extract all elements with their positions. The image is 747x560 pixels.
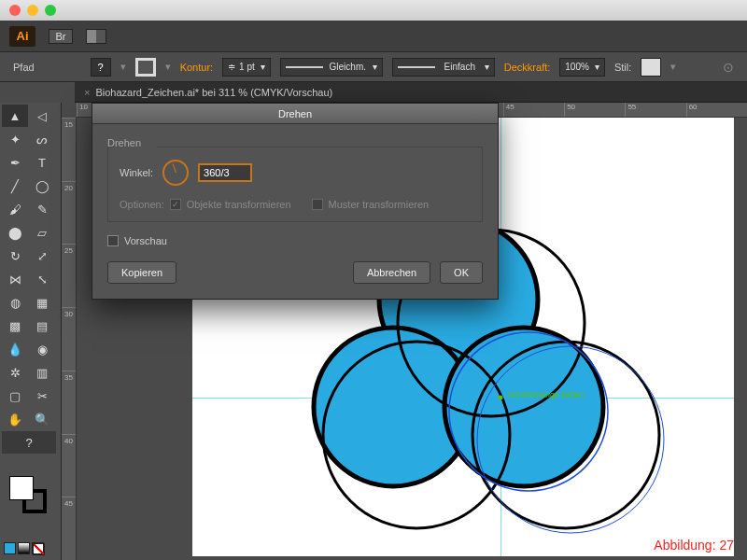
document-tab[interactable]: × Biohazard_Zeichen.ai* bei 311 % (CMYK/… (75, 82, 747, 103)
gradient-swatch[interactable] (18, 542, 30, 554)
angle-label: Winkel: (120, 167, 153, 178)
preview-label: Vorschau (124, 235, 167, 246)
perspective-tool-icon[interactable]: ▦ (29, 291, 55, 314)
eraser-tool-icon[interactable]: ▱ (29, 221, 55, 244)
fill-swatch[interactable]: ? (91, 58, 111, 77)
opacity-label: Deckkraft: (504, 62, 551, 73)
artboard-tool-icon[interactable]: ▢ (2, 385, 28, 407)
dialog-title: Drehen (92, 104, 498, 124)
bridge-button[interactable]: Br (49, 29, 73, 44)
fill-stroke-control[interactable] (9, 476, 47, 513)
minimize-icon[interactable] (27, 5, 38, 16)
copy-button[interactable]: Kopieren (107, 261, 176, 284)
ok-button[interactable]: OK (440, 261, 483, 284)
options-label: Optionen: (120, 199, 164, 210)
hand-tool-icon[interactable]: ✋ (2, 408, 28, 430)
mesh-tool-icon[interactable]: ▩ (2, 315, 28, 337)
unknown-tool[interactable]: ? (2, 431, 56, 454)
color-swatch[interactable] (4, 542, 16, 554)
free-transform-tool-icon[interactable]: ⤡ (29, 268, 55, 290)
shape-builder-tool-icon[interactable]: ◍ (2, 291, 28, 314)
zoom-tool-icon[interactable]: 🔍 (29, 408, 55, 430)
app-logo: Ai (9, 26, 35, 47)
stroke-weight-select[interactable]: ≑1 pt▾ (222, 58, 271, 77)
arrange-docs-button[interactable] (86, 29, 106, 44)
zoom-icon[interactable] (45, 5, 56, 16)
transform-patterns-checkbox (312, 199, 323, 210)
column-graph-tool-icon[interactable]: ▥ (29, 361, 55, 384)
panel-toggle-icon[interactable]: ⊙ (723, 60, 734, 75)
svg-point-8 (499, 396, 503, 400)
slice-tool-icon[interactable]: ✂ (29, 385, 55, 407)
ruler-vertical: 15202530354045 (62, 118, 77, 560)
rotate-dialog: Drehen Drehen Winkel: Optionen: ✓ Objekt… (92, 103, 499, 300)
transform-objects-checkbox: ✓ (170, 199, 181, 210)
window-titlebar (0, 0, 747, 21)
preview-checkbox[interactable] (107, 235, 119, 246)
selection-type-label: Pfad (13, 62, 35, 73)
tools-panel: ▲ ◁ ✦ ᔕ ✒ T ╱ ◯ 🖌 ✎ ⬤ ▱ ↻ ⤢ ⋈ ⤡ ◍ ▦ ▩ ▤ … (0, 103, 62, 560)
document-tab-label: Biohazard_Zeichen.ai* bei 311 % (CMYK/Vo… (95, 87, 332, 98)
paintbrush-tool-icon[interactable]: 🖌 (2, 198, 28, 220)
close-icon[interactable] (9, 5, 21, 16)
blob-brush-tool-icon[interactable]: ⬤ (2, 221, 28, 244)
transform-objects-label: Objekte transformieren (187, 199, 291, 210)
symbol-sprayer-tool-icon[interactable]: ✲ (2, 361, 28, 384)
transform-patterns-label: Muster transformieren (329, 199, 430, 210)
brush-select[interactable]: Einfach▾ (392, 58, 495, 77)
width-tool-icon[interactable]: ⋈ (2, 268, 28, 290)
angle-dial[interactable] (162, 160, 189, 186)
eyedropper-tool-icon[interactable]: 💧 (2, 338, 28, 360)
style-dropdown-icon[interactable]: ▾ (670, 61, 676, 73)
magic-wand-tool-icon[interactable]: ✦ (2, 128, 28, 150)
selection-tool-icon[interactable]: ▲ (2, 105, 28, 127)
stroke-profile-select[interactable]: Gleichm.▾ (280, 58, 383, 77)
control-bar: Pfad ? ▾ ▾ Kontur: ≑1 pt▾ Gleichm.▾ Einf… (0, 52, 747, 82)
swatch-dropdown-icon[interactable]: ▾ (165, 61, 171, 73)
app-menubar: Ai Br (0, 21, 747, 52)
fill-color-icon[interactable] (9, 476, 34, 500)
ellipse-tool-icon[interactable]: ◯ (29, 175, 55, 197)
blend-tool-icon[interactable]: ◉ (29, 338, 55, 360)
stroke-swatch[interactable] (135, 58, 156, 77)
scale-tool-icon[interactable]: ⤢ (29, 245, 55, 267)
lasso-tool-icon[interactable]: ᔕ (29, 128, 55, 150)
gradient-tool-icon[interactable]: ▤ (29, 315, 55, 337)
style-label: Stil: (614, 62, 631, 73)
smart-guide-hint: Schnittmenge bilden (508, 390, 585, 399)
angle-input[interactable] (198, 163, 252, 182)
rotate-tool-icon[interactable]: ↻ (2, 245, 28, 267)
line-tool-icon[interactable]: ╱ (2, 175, 28, 197)
figure-caption: Abbildung: 27 (654, 538, 734, 553)
type-tool-icon[interactable]: T (29, 151, 55, 174)
pen-tool-icon[interactable]: ✒ (2, 151, 28, 174)
opacity-select[interactable]: 100%▾ (559, 58, 605, 77)
direct-selection-tool-icon[interactable]: ◁ (29, 105, 55, 127)
pencil-tool-icon[interactable]: ✎ (29, 198, 55, 220)
cancel-button[interactable]: Abbrechen (353, 261, 430, 284)
graphic-style-swatch[interactable] (641, 58, 661, 77)
color-mode-swatches (4, 542, 44, 554)
swatch-dropdown-icon[interactable]: ▾ (120, 61, 126, 73)
none-swatch[interactable] (32, 542, 44, 554)
stroke-label: Kontur: (180, 62, 213, 73)
